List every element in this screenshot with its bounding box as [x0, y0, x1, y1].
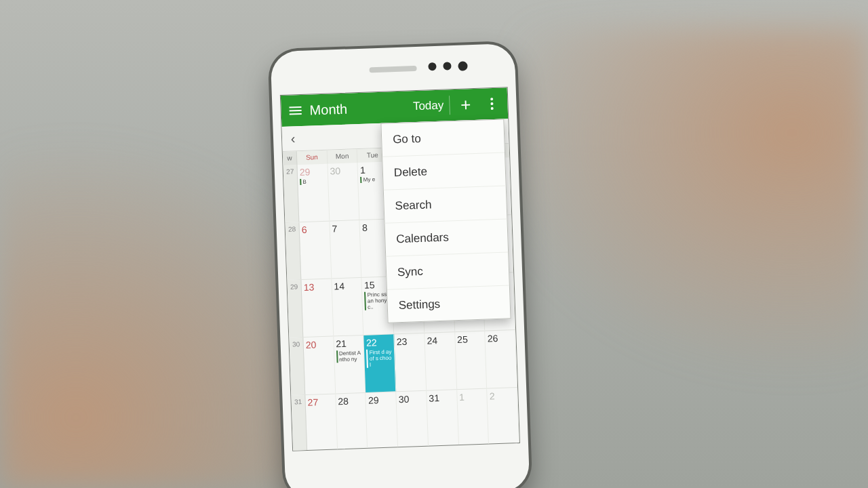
day-cell[interactable]: 13 — [301, 279, 334, 338]
day-cell[interactable]: 23 — [394, 333, 427, 392]
view-mode-label[interactable]: Month — [309, 101, 347, 118]
phone-earpiece — [369, 66, 416, 73]
week-row-4: 31 27 28 29 30 31 1 2 — [291, 388, 519, 451]
week-number: 30 — [289, 338, 305, 395]
week-number: 29 — [287, 280, 303, 338]
hamburger-icon[interactable] — [286, 102, 304, 119]
day-cell-today[interactable]: 22First d ay of s chool — [364, 334, 397, 392]
menu-item-search[interactable]: Search — [384, 186, 507, 223]
day-cell[interactable]: 14 — [332, 278, 364, 336]
day-cell[interactable]: 27 — [305, 394, 338, 451]
week-number: 31 — [291, 395, 307, 451]
day-cell[interactable]: 31 — [427, 390, 459, 448]
overflow-menu: Go to Delete Search Calendars Sync Setti… — [380, 119, 511, 323]
week-number: 28 — [285, 222, 301, 280]
front-camera-icon — [458, 61, 467, 70]
photo-stage: Month Today + ‹ Ju w Sun Mon Tue Wed Thu… — [0, 0, 868, 488]
phone-device: Month Today + ‹ Ju w Sun Mon Tue Wed Thu… — [271, 43, 530, 488]
overflow-menu-icon[interactable] — [481, 98, 502, 110]
menu-item-calendars[interactable]: Calendars — [385, 219, 509, 256]
event-chip[interactable]: First d ay of s chool — [366, 348, 393, 367]
add-event-button[interactable]: + — [454, 95, 478, 115]
day-cell[interactable]: 25 — [455, 331, 488, 390]
proximity-sensor-icon — [428, 62, 436, 70]
day-cell[interactable]: 6 — [299, 222, 332, 280]
week-number: 27 — [283, 165, 299, 222]
weekday-mon: Mon — [327, 149, 357, 164]
day-cell[interactable]: 30 — [396, 391, 429, 449]
menu-item-delete[interactable]: Delete — [382, 153, 506, 190]
day-cell[interactable]: 24 — [425, 332, 457, 390]
day-cell[interactable]: 1 — [457, 389, 490, 447]
week-number-header: w — [283, 151, 298, 165]
hand-right-shadow — [488, 27, 868, 380]
today-button[interactable]: Today — [407, 96, 450, 116]
day-cell[interactable]: 20 — [303, 336, 336, 394]
day-cell[interactable]: 21Dentist Antho ny — [334, 336, 366, 394]
day-cell[interactable]: 26 — [485, 330, 517, 388]
prev-month-button[interactable]: ‹ — [282, 130, 304, 146]
day-cell[interactable]: 29 — [366, 392, 399, 450]
menu-item-goto[interactable]: Go to — [381, 120, 505, 157]
actionbar-spacer — [351, 107, 403, 109]
day-cell[interactable]: 29B — [297, 164, 330, 222]
light-sensor-icon — [443, 62, 451, 70]
weekday-sun: Sun — [297, 150, 328, 165]
event-chip[interactable]: B — [300, 178, 326, 185]
day-cell[interactable]: 2 — [487, 388, 519, 446]
phone-sensors — [428, 61, 467, 72]
day-cell[interactable]: 7 — [330, 220, 362, 279]
event-chip[interactable]: Dentist Antho ny — [336, 350, 362, 363]
phone-screen: Month Today + ‹ Ju w Sun Mon Tue Wed Thu… — [280, 87, 520, 451]
menu-item-sync[interactable]: Sync — [386, 252, 509, 289]
week-row-3: 30 20 21Dentist Antho ny 22First d ay of… — [289, 330, 517, 396]
menu-item-settings[interactable]: Settings — [387, 285, 511, 322]
day-cell[interactable]: 30 — [328, 163, 360, 221]
day-cell[interactable]: 28 — [336, 393, 368, 451]
